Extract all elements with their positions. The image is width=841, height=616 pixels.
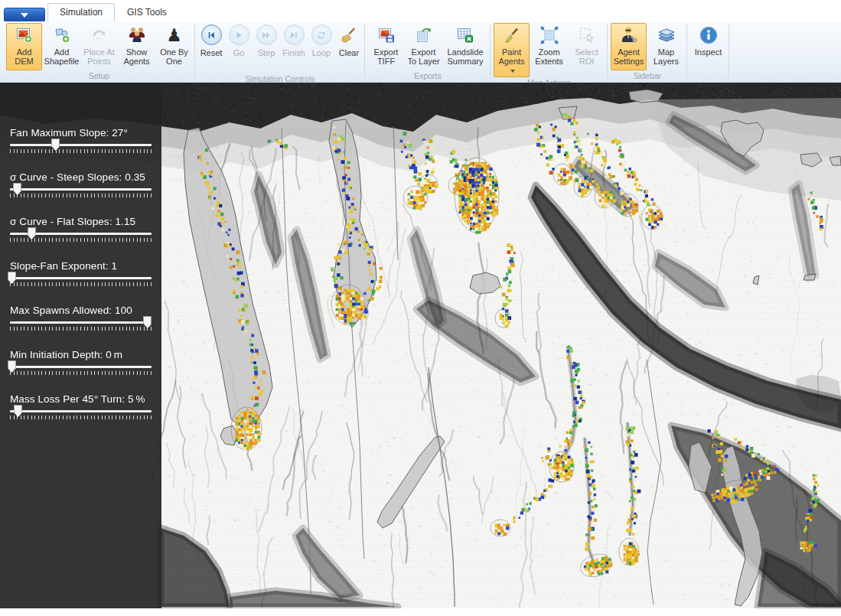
reset-button[interactable]: Reset	[197, 23, 225, 73]
ribbon-group-inspect: Inspect	[687, 21, 729, 82]
tab-gis-tools[interactable]: GIS Tools	[115, 3, 179, 21]
slider-label: Slope-Fan Exponent: 1	[10, 260, 152, 272]
reset-label: Reset	[200, 48, 223, 57]
tab-bar: Simulation GIS Tools	[0, 0, 841, 21]
loop-icon	[311, 24, 332, 45]
slider-track[interactable]	[10, 144, 152, 146]
slider-min-initiation-depth: Min Initiation Depth: 0 m	[10, 349, 152, 375]
sim-sidebar: Fan Maximum Slope: 27°σ Curve - Steep Sl…	[0, 83, 161, 608]
tab-simulation[interactable]: Simulation	[47, 3, 115, 21]
reset-icon	[201, 24, 222, 45]
slider-sigma-flat-slopes: σ Curve - Flat Slopes: 1.15	[10, 216, 152, 242]
dropdown-caret-icon	[510, 70, 515, 73]
place-at-points-label: Place At Points	[83, 47, 116, 66]
paint-agents-button[interactable]: Paint Agents	[494, 23, 530, 77]
step-icon	[256, 24, 277, 45]
landslide-summary-icon	[455, 25, 475, 45]
one-by-one-icon: ♟	[165, 25, 184, 45]
slider-ticks	[10, 371, 152, 375]
export-tiff-button[interactable]: Export TIFF	[368, 23, 404, 70]
inspect-icon	[699, 25, 719, 45]
add-dem-button[interactable]: Add DEM	[6, 23, 42, 70]
show-agents-label: Show Agents	[120, 47, 153, 66]
slider-ticks	[10, 327, 152, 331]
ribbon-group-sidebar: Agent Settings Map Layers Sidebar	[608, 21, 687, 82]
step-button[interactable]: Step	[253, 23, 280, 73]
loop-label: Loop	[312, 48, 331, 57]
broom-icon	[339, 24, 360, 45]
slider-track[interactable]	[10, 188, 152, 191]
app-window: Simulation GIS Tools Add DEM Add Shapefi…	[0, 0, 841, 616]
paint-brush-icon	[502, 25, 522, 45]
play-icon	[229, 24, 249, 45]
ribbon-group-setup: Add DEM Add Shapefile Place At Points	[3, 21, 195, 82]
slider-track[interactable]	[10, 410, 152, 412]
group-label-sidebar: Sidebar	[610, 70, 685, 82]
loop-button[interactable]: Loop	[308, 23, 335, 73]
zoom-extents-label: Zoom Extents	[533, 47, 566, 66]
paint-agents-label: Paint Agents	[495, 47, 528, 75]
group-label-exports: Exports	[367, 70, 488, 82]
export-tiff-label: Export TIFF	[370, 47, 403, 66]
zoom-extents-button[interactable]: Zoom Extents	[531, 23, 567, 70]
go-label: Go	[233, 48, 245, 57]
select-roi-button[interactable]: Select ROI	[569, 23, 605, 70]
slider-track[interactable]	[10, 321, 152, 324]
add-shapefile-button[interactable]: Add Shapefile	[44, 23, 80, 70]
inspect-button[interactable]: Inspect	[690, 23, 726, 70]
clear-label: Clear	[339, 48, 359, 57]
go-button[interactable]: Go	[225, 23, 253, 73]
slider-label: σ Curve - Steep Slopes: 0.35	[10, 171, 152, 183]
select-roi-icon	[577, 25, 597, 45]
export-to-layer-label: Export To Layer	[407, 47, 440, 66]
select-roi-label: Select ROI	[570, 47, 603, 66]
slider-track[interactable]	[10, 366, 152, 368]
app-menu-button[interactable]	[4, 8, 45, 22]
slider-sigma-steep-slopes: σ Curve - Steep Slopes: 0.35	[10, 171, 152, 197]
add-dem-icon	[15, 25, 34, 45]
add-dem-label: Add DEM	[8, 47, 41, 66]
slider-track[interactable]	[10, 233, 152, 235]
ribbon-group-map-actions: Paint Agents Zoom Extents Select ROI Map…	[491, 21, 608, 82]
map-layers-button[interactable]: Map Layers	[648, 23, 684, 70]
export-to-layer-button[interactable]: Export To Layer	[406, 23, 442, 70]
slider-fan-maximum-slope: Fan Maximum Slope: 27°	[10, 127, 152, 153]
map-layers-icon	[657, 25, 676, 45]
slider-ticks	[10, 282, 152, 286]
slider-label: Max Spawns Allowed: 100	[10, 305, 152, 316]
step-label: Step	[258, 48, 275, 57]
slider-label: Min Initiation Depth: 0 m	[10, 349, 152, 360]
slider-slope-fan-exponent: Slope-Fan Exponent: 1	[10, 260, 152, 286]
show-agents-icon	[127, 25, 147, 45]
ribbon-group-simulation-controls: Reset Go Step	[195, 21, 365, 82]
add-shapefile-icon	[52, 25, 72, 45]
landslide-summary-label: Landslide Summary	[445, 47, 486, 66]
export-tiff-icon	[376, 25, 396, 45]
agent-settings-icon	[619, 25, 639, 45]
place-at-points-button[interactable]: Place At Points	[81, 23, 117, 70]
place-at-points-icon	[90, 25, 109, 45]
slider-max-spawns-allowed: Max Spawns Allowed: 100	[10, 305, 152, 331]
agent-settings-button[interactable]: Agent Settings	[611, 23, 647, 70]
finish-icon	[284, 24, 305, 45]
slider-mass-loss-per-turn: Mass Loss Per 45° Turn: 5 %	[10, 393, 152, 419]
slider-ticks	[10, 416, 152, 419]
slider-label: Mass Loss Per 45° Turn: 5 %	[10, 393, 152, 405]
app-menu-caret-icon	[21, 13, 28, 18]
inspect-label: Inspect	[695, 47, 722, 57]
add-shapefile-label: Add Shapefile	[44, 47, 80, 66]
one-by-one-button[interactable]: ♟ One By One	[156, 23, 192, 70]
ribbon: Add DEM Add Shapefile Place At Points	[0, 21, 841, 83]
export-to-layer-icon	[414, 25, 434, 45]
agent-settings-label: Agent Settings	[612, 47, 645, 66]
landslide-summary-button[interactable]: Landslide Summary	[443, 23, 487, 70]
finish-label: Finish	[282, 48, 305, 57]
show-agents-button[interactable]: Show Agents	[119, 23, 155, 70]
slider-label: Fan Maximum Slope: 27°	[10, 127, 152, 139]
map-layers-label: Map Layers	[650, 47, 683, 66]
clear-button[interactable]: Clear	[335, 23, 363, 73]
finish-button[interactable]: Finish	[280, 23, 308, 73]
ribbon-group-exports: Export TIFF Export To Layer Landslide Su…	[365, 21, 491, 82]
group-label-setup: Setup	[5, 70, 193, 82]
slider-track[interactable]	[10, 277, 152, 279]
